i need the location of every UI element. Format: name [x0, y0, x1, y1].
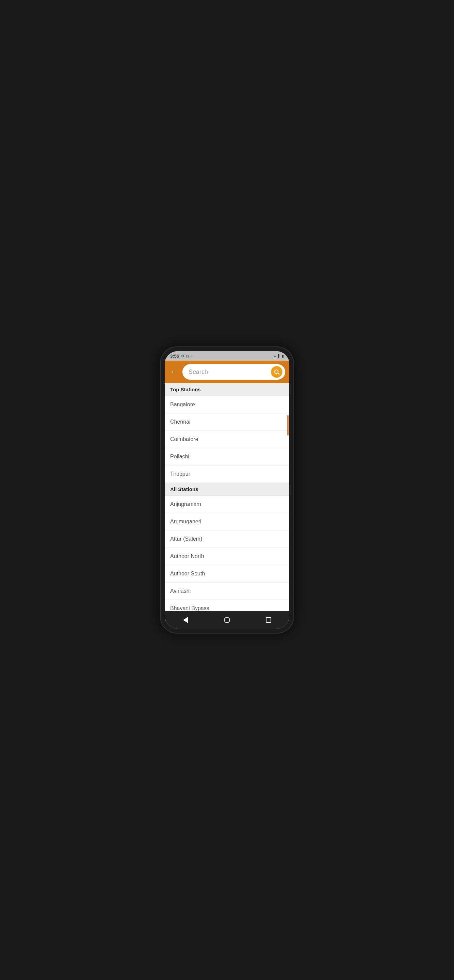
header: ← Search [165, 361, 289, 383]
status-bar-left: 3:56 ⚙ ⊡ ⬦ [170, 353, 193, 359]
list-item[interactable]: Chennai [165, 414, 289, 431]
list-item[interactable]: Attur (Salem) [165, 530, 289, 548]
phone-screen: 3:56 ⚙ ⊡ ⬦ ← Search [165, 351, 289, 629]
status-time: 3:56 [170, 353, 179, 359]
top-stations-header: Top Stations [165, 383, 289, 396]
back-button[interactable]: ← [169, 366, 179, 378]
battery-icon [282, 354, 284, 358]
station-list-content: Top Stations Bangalore Chennai Coimbator… [165, 383, 289, 611]
search-bar[interactable]: Search [182, 364, 285, 380]
phone-frame: 3:56 ⚙ ⊡ ⬦ ← Search [161, 347, 293, 633]
svg-line-1 [278, 373, 279, 374]
search-placeholder-text: Search [188, 369, 208, 375]
list-item[interactable]: Authoor South [165, 565, 289, 582]
wifi-icon [273, 354, 277, 358]
back-nav-icon [183, 617, 188, 623]
bottom-navigation [165, 611, 289, 629]
search-icon [274, 369, 280, 375]
list-item[interactable]: Tiruppur [165, 466, 289, 483]
signal-icon [278, 354, 280, 358]
back-nav-button[interactable] [179, 613, 192, 627]
status-icons: ⚙ ⊡ ⬦ [181, 354, 193, 358]
list-item[interactable]: Arumuganeri [165, 513, 289, 530]
list-item[interactable]: Bangalore [165, 396, 289, 414]
all-stations-header: All Stations [165, 483, 289, 496]
list-item[interactable]: Avinashi [165, 582, 289, 600]
status-bar-right [273, 354, 284, 358]
status-bar: 3:56 ⚙ ⊡ ⬦ [165, 351, 289, 361]
list-item[interactable]: Authoor North [165, 548, 289, 565]
list-item[interactable]: Coimbatore [165, 431, 289, 448]
gear-icon: ⚙ [181, 354, 185, 358]
search-icon-button[interactable] [271, 366, 282, 378]
home-nav-button[interactable] [220, 613, 234, 627]
recent-nav-icon [266, 617, 271, 623]
recent-nav-button[interactable] [262, 613, 275, 627]
list-item[interactable]: Pollachi [165, 448, 289, 466]
scroll-accent [287, 415, 288, 436]
location-icon: ⬦ [190, 354, 193, 358]
list-item[interactable]: Bhavani Bypass [165, 600, 289, 611]
shield-icon: ⊡ [186, 354, 189, 358]
list-item[interactable]: Anjugramam [165, 496, 289, 513]
home-nav-icon [224, 617, 230, 623]
